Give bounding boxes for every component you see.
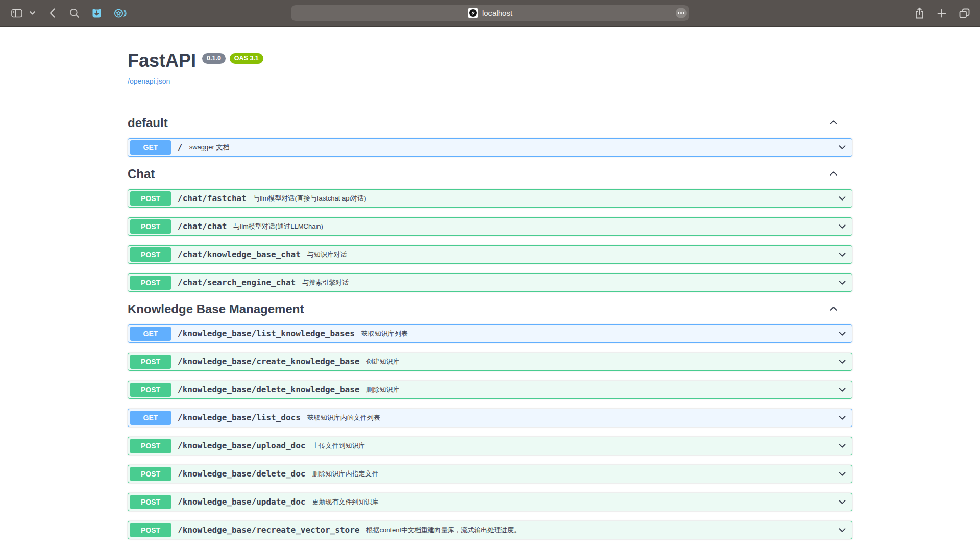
operation-path: /knowledge_base/create_knowledge_base — [178, 357, 359, 366]
operation-row[interactable]: POST /knowledge_base/create_knowledge_ba… — [128, 353, 852, 371]
method-badge: POST — [130, 247, 171, 262]
back-icon[interactable] — [49, 8, 56, 18]
expand-chevron-icon[interactable] — [837, 525, 847, 535]
operation-path: /knowledge_base/delete_doc — [178, 469, 305, 479]
method-badge: GET — [130, 411, 171, 425]
toolbar-divider — [26, 9, 26, 17]
method-badge: POST — [130, 467, 171, 481]
oas-badge: OAS 3.1 — [230, 53, 263, 64]
section-header[interactable]: default — [128, 115, 852, 134]
expand-chevron-icon[interactable] — [837, 329, 847, 339]
operation-row[interactable]: POST /knowledge_base/delete_knowledge_ba… — [128, 381, 852, 399]
page-settings-ellipsis-icon[interactable] — [676, 8, 687, 18]
operation-description: 与llm模型对话(通过LLMChain) — [233, 222, 323, 231]
operation-row[interactable]: POST /knowledge_base/recreate_vector_sto… — [128, 521, 852, 539]
expand-chevron-icon[interactable] — [837, 413, 847, 423]
operation-path: /chat/chat — [178, 221, 227, 231]
api-section: Chat POST /chat/fastchat 与llm模型对话(直接与fas… — [128, 166, 852, 292]
expand-chevron-icon[interactable] — [837, 278, 847, 288]
operation-row[interactable]: POST /knowledge_base/upload_doc 上传文件到知识库 — [128, 437, 852, 455]
openapi-spec-link[interactable]: /openapi.json — [128, 77, 170, 85]
operation-path: /knowledge_base/upload_doc — [178, 441, 305, 450]
expand-chevron-icon[interactable] — [837, 469, 847, 479]
operation-list: POST /chat/fastchat 与llm模型对话(直接与fastchat… — [128, 185, 852, 292]
expand-chevron-icon[interactable] — [837, 142, 847, 153]
expand-chevron-icon[interactable] — [837, 249, 847, 260]
operation-description: 创建知识库 — [366, 357, 399, 366]
operation-row[interactable]: POST /knowledge_base/delete_doc 删除知识库内指定… — [128, 465, 852, 483]
operation-description: 更新现有文件到知识库 — [312, 497, 378, 507]
collapse-chevron-icon[interactable] — [828, 168, 839, 179]
browser-toolbar: localhost — [0, 0, 980, 27]
operation-description: 与知识库对话 — [307, 250, 347, 259]
extension-badge-icon[interactable] — [91, 7, 103, 19]
operation-description: 获取知识库列表 — [361, 329, 408, 338]
operation-path: /knowledge_base/update_doc — [178, 497, 305, 507]
operation-path: /knowledge_base/recreate_vector_store — [178, 525, 359, 535]
api-section: default GET / swagger 文档 — [128, 115, 852, 157]
section-header[interactable]: Knowledge Base Management — [128, 302, 852, 320]
method-badge: POST — [130, 276, 171, 290]
new-tab-icon[interactable] — [937, 9, 946, 18]
method-badge: POST — [130, 439, 171, 453]
collapse-chevron-icon[interactable] — [828, 117, 839, 128]
operation-row[interactable]: GET /knowledge_base/list_docs 获取知识库内的文件列… — [128, 409, 852, 427]
operation-path: /knowledge_base/list_docs — [178, 413, 301, 422]
section-header[interactable]: Chat — [128, 166, 852, 185]
operation-list: GET / swagger 文档 — [128, 134, 852, 157]
operation-row[interactable]: POST /knowledge_base/update_doc 更新现有文件到知… — [128, 493, 852, 511]
chevron-down-icon[interactable] — [30, 11, 35, 15]
page-content: FastAPI 0.1.0 OAS 3.1 /openapi.json defa… — [0, 27, 980, 551]
operation-path: /chat/fastchat — [178, 193, 247, 203]
operation-description: 上传文件到知识库 — [312, 441, 365, 450]
expand-chevron-icon[interactable] — [837, 193, 847, 204]
operation-row[interactable]: POST /chat/chat 与llm模型对话(通过LLMChain) — [128, 217, 852, 236]
expand-chevron-icon[interactable] — [837, 357, 847, 367]
operation-row[interactable]: GET /knowledge_base/list_knowledge_bases… — [128, 324, 852, 343]
address-bar[interactable]: localhost — [291, 5, 689, 21]
method-badge: POST — [130, 355, 171, 369]
method-badge: POST — [130, 495, 171, 509]
operation-path: /knowledge_base/list_knowledge_bases — [178, 329, 355, 338]
method-badge: POST — [130, 219, 171, 234]
operation-path: /chat/search_engine_chat — [178, 278, 296, 287]
section-title: default — [128, 115, 168, 130]
expand-chevron-icon[interactable] — [837, 497, 847, 507]
section-title: Knowledge Base Management — [128, 302, 304, 316]
collapse-chevron-icon[interactable] — [828, 304, 839, 314]
expand-chevron-icon[interactable] — [837, 441, 847, 451]
fastapi-favicon — [468, 8, 478, 18]
operation-path: /knowledge_base/delete_knowledge_base — [178, 385, 359, 394]
api-section: Knowledge Base Management GET /knowledge… — [128, 302, 852, 539]
operation-path: /chat/knowledge_base_chat — [178, 249, 301, 259]
search-icon[interactable] — [69, 8, 80, 18]
operation-description: swagger 文档 — [189, 143, 230, 152]
method-badge: POST — [130, 191, 171, 206]
page-title: FastAPI — [128, 49, 196, 73]
extension-circles-icon[interactable] — [114, 8, 127, 19]
operation-description: 根据content中文档重建向量库，流式输出处理进度。 — [366, 525, 521, 535]
operation-row[interactable]: POST /chat/search_engine_chat 与搜索引擎对话 — [128, 273, 852, 292]
operation-description: 删除知识库 — [366, 385, 399, 394]
section-title: Chat — [128, 166, 155, 181]
version-badge: 0.1.0 — [202, 53, 226, 64]
api-info: FastAPI 0.1.0 OAS 3.1 — [128, 49, 852, 73]
method-badge: POST — [130, 383, 171, 397]
method-badge: GET — [130, 140, 171, 155]
operation-description: 删除知识库内指定文件 — [312, 469, 378, 479]
tab-overview-icon[interactable] — [959, 8, 970, 18]
operation-description: 与llm模型对话(直接与fastchat api对话) — [253, 194, 366, 203]
operation-path: / — [178, 142, 183, 152]
operation-row[interactable]: POST /chat/fastchat 与llm模型对话(直接与fastchat… — [128, 189, 852, 208]
share-icon[interactable] — [915, 7, 924, 19]
api-sections: default GET / swagger 文档 Chat — [128, 115, 852, 539]
operation-description: 获取知识库内的文件列表 — [307, 413, 380, 422]
operation-description: 与搜索引擎对话 — [302, 278, 349, 287]
sidebar-toggle-icon[interactable] — [11, 9, 22, 18]
operation-list: GET /knowledge_base/list_knowledge_bases… — [128, 320, 852, 539]
operation-row[interactable]: POST /chat/knowledge_base_chat 与知识库对话 — [128, 245, 852, 264]
expand-chevron-icon[interactable] — [837, 385, 847, 395]
operation-row[interactable]: GET / swagger 文档 — [128, 138, 852, 157]
method-badge: GET — [130, 327, 171, 341]
expand-chevron-icon[interactable] — [837, 221, 847, 232]
